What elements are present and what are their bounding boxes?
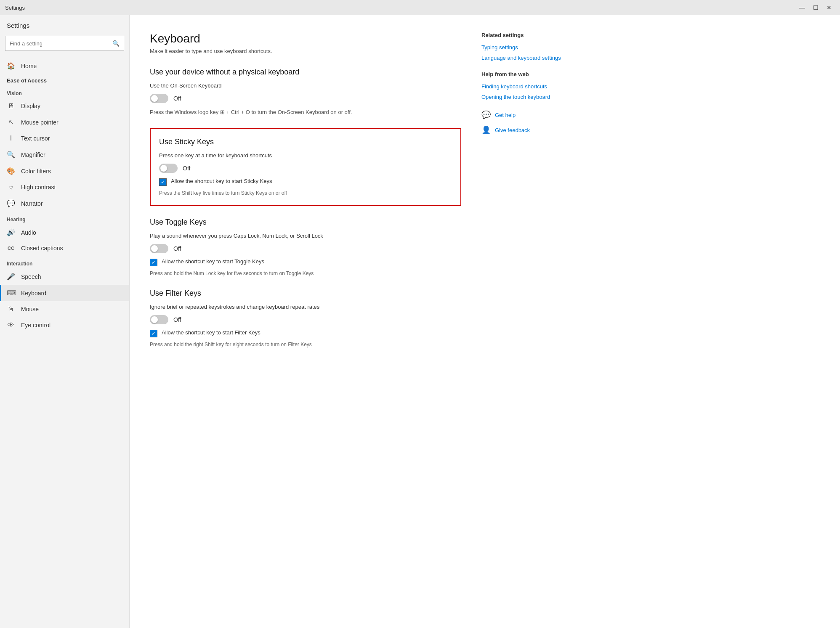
search-input[interactable] [10,40,112,47]
content-area: Keyboard Make it easier to type and use … [150,32,461,611]
sticky-keys-heading: Use Sticky Keys [159,138,452,146]
app-title: Settings [5,5,796,11]
toggle-keys-toggle[interactable] [150,244,168,253]
sticky-keys-checkbox-label: Allow the shortcut key to start Sticky K… [171,178,272,184]
get-help-row: 💬 Get help [481,110,599,119]
sticky-keys-toggle[interactable] [159,164,178,173]
sidebar-item-home[interactable]: 🏠 Home [0,58,129,74]
sidebar-ease-label: Ease of Access [0,74,129,85]
sidebar: Settings 🔍 🏠 Home Ease of Access Vision … [0,15,130,628]
filter-keys-toggle-row: Off [150,315,461,324]
typing-settings-link[interactable]: Typing settings [481,44,599,50]
related-settings-title: Related settings [481,32,599,38]
sidebar-title: Settings [0,15,129,32]
no-physical-section: Use your device without a physical keybo… [150,68,461,117]
sidebar-item-mouse[interactable]: 🖱 Mouse [0,301,129,317]
sidebar-item-mouse-pointer[interactable]: ↖ Mouse pointer [0,114,129,130]
sidebar-item-high-contrast[interactable]: ☼ High contrast [0,179,129,195]
home-icon: 🏠 [7,62,15,70]
sticky-keys-toggle-row: Off [159,164,452,173]
closed-captions-icon: CC [7,246,15,251]
toggle-keys-toggle-label: Off [173,245,181,252]
toggle-keys-desc: Play a sound whenever you press Caps Loc… [150,233,461,239]
toggle-keys-hint: Press and hold the Num Lock key for five… [150,270,461,277]
onscreen-toggle-knob [151,95,158,102]
sidebar-display-label: Display [21,103,40,109]
mouse-pointer-icon: ↖ [7,118,15,126]
sidebar-item-text-cursor[interactable]: I Text cursor [0,130,129,146]
text-cursor-icon: I [7,135,15,142]
filter-keys-desc: Ignore brief or repeated keystrokes and … [150,304,461,310]
page-subtitle: Make it easier to type and use keyboard … [150,48,461,54]
main-content: Keyboard Make it easier to type and use … [130,15,840,628]
sidebar-item-color-filters[interactable]: 🎨 Color filters [0,163,129,179]
sidebar-vision-label: Vision [0,85,129,98]
sidebar-home-label: Home [21,63,37,69]
filter-keys-section: Use Filter Keys Ignore brief or repeated… [150,289,461,348]
eye-control-icon: 👁 [7,321,15,329]
get-help-link[interactable]: Get help [495,112,516,118]
toggle-keys-checkbox[interactable]: ✓ [150,259,157,266]
toggle-checkmark-icon: ✓ [152,260,156,265]
sidebar-interaction-label: Interaction [0,256,129,268]
mouse-icon: 🖱 [7,305,15,313]
filter-keys-toggle-label: Off [173,316,181,323]
sidebar-color-filters-label: Color filters [21,168,51,175]
filter-checkmark-icon: ✓ [152,331,156,336]
sidebar-magnifier-label: Magnifier [21,151,45,158]
sidebar-item-audio[interactable]: 🔊 Audio [0,224,129,241]
sidebar-item-eye-control[interactable]: 👁 Eye control [0,317,129,333]
magnifier-icon: 🔍 [7,151,15,159]
opening-touch-keyboard-link[interactable]: Opening the touch keyboard [481,94,599,100]
search-icon: 🔍 [112,40,120,47]
no-physical-heading: Use your device without a physical keybo… [150,68,461,77]
toggle-keys-checkbox-label: Allow the shortcut key to start Toggle K… [162,258,264,265]
minimize-button[interactable]: — [796,3,808,12]
filter-keys-toggle[interactable] [150,315,168,324]
narrator-icon: 💬 [7,199,15,207]
sidebar-mouse-label: Mouse [21,306,39,313]
toggle-keys-toggle-row: Off [150,244,461,253]
maximize-button[interactable]: ☐ [810,3,821,12]
window-controls: — ☐ ✕ [796,3,835,12]
audio-icon: 🔊 [7,228,15,236]
give-feedback-link[interactable]: Give feedback [495,127,530,133]
sticky-keys-checkbox[interactable]: ✓ [159,178,167,186]
sidebar-item-speech[interactable]: 🎤 Speech [0,268,129,285]
sidebar-item-magnifier[interactable]: 🔍 Magnifier [0,146,129,163]
title-bar: Settings — ☐ ✕ [0,0,840,15]
finding-shortcuts-link[interactable]: Finding keyboard shortcuts [481,83,599,90]
search-box[interactable]: 🔍 [5,36,124,51]
filter-keys-checkbox[interactable]: ✓ [150,330,157,337]
onscreen-note: Press the Windows logo key ⊞ + Ctrl + O … [150,108,461,117]
app-container: Settings 🔍 🏠 Home Ease of Access Vision … [0,15,840,628]
onscreen-toggle-label: Off [173,95,181,102]
sidebar-high-contrast-label: High contrast [21,184,56,191]
give-feedback-icon: 👤 [481,125,491,135]
checkmark-icon: ✓ [161,180,165,185]
onscreen-toggle-row: Off [150,94,461,103]
filter-keys-heading: Use Filter Keys [150,289,461,298]
sidebar-item-narrator[interactable]: 💬 Narrator [0,195,129,212]
sidebar-item-keyboard[interactable]: ⌨ Keyboard [0,285,129,301]
close-button[interactable]: ✕ [823,3,835,12]
sidebar-speech-label: Speech [21,273,41,280]
sticky-keys-toggle-label: Off [183,165,190,172]
sidebar-keyboard-label: Keyboard [21,290,46,297]
sidebar-audio-label: Audio [21,229,36,236]
sidebar-mouse-pointer-label: Mouse pointer [21,119,58,126]
filter-keys-toggle-knob [151,316,158,323]
language-keyboard-link[interactable]: Language and keyboard settings [481,55,599,61]
high-contrast-icon: ☼ [7,183,15,191]
sidebar-closed-captions-label: Closed captions [21,245,63,252]
sticky-keys-checkbox-row: ✓ Allow the shortcut key to start Sticky… [159,178,452,186]
sidebar-item-display[interactable]: 🖥 Display [0,98,129,114]
filter-keys-hint: Press and hold the right Shift key for e… [150,341,461,348]
color-filters-icon: 🎨 [7,167,15,175]
sticky-keys-section: Use Sticky Keys Press one key at a time … [150,128,461,206]
help-from-web-title: Help from the web [481,71,599,77]
sidebar-item-closed-captions[interactable]: CC Closed captions [0,241,129,256]
onscreen-label: Use the On-Screen Keyboard [150,82,461,89]
onscreen-toggle[interactable] [150,94,168,103]
toggle-keys-toggle-knob [151,245,158,252]
